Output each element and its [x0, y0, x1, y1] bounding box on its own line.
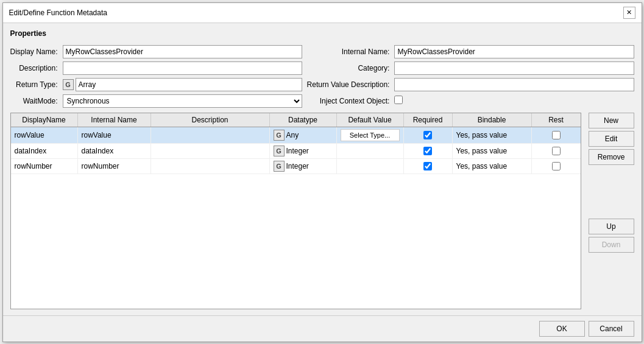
col-bindable: Bindable — [453, 113, 532, 127]
col-display-name: DisplayName — [11, 113, 78, 127]
datatype-badge: G — [274, 130, 285, 141]
waitmode-select[interactable]: Synchronous Asynchronous — [63, 94, 302, 108]
description-input[interactable] — [63, 61, 302, 75]
return-type-badge: G — [63, 79, 74, 90]
side-buttons: New Edit Remove Up Down — [589, 113, 634, 309]
cell-default-value: Select Type... — [337, 127, 404, 143]
cell-required — [404, 144, 453, 158]
required-checkbox[interactable] — [423, 162, 432, 170]
display-name-input[interactable] — [63, 45, 302, 58]
properties-form: Display Name: Internal Name: Description… — [10, 45, 634, 108]
datatype-value: Any — [286, 131, 299, 139]
cell-datatype: G Integer — [270, 159, 337, 174]
table-row[interactable]: rowNumber rowNumber G Integer Yes — [11, 159, 581, 174]
main-content: DisplayName Internal Name Description Da… — [10, 113, 634, 309]
table-row[interactable]: dataIndex dataIndex G Integer Yes — [11, 144, 581, 159]
cell-required — [404, 127, 453, 143]
cell-default-value — [337, 159, 404, 174]
cell-rest — [532, 127, 581, 143]
rest-checkbox[interactable] — [552, 147, 561, 155]
up-button[interactable]: Up — [589, 219, 634, 234]
bottom-bar: OK Cancel — [3, 315, 642, 342]
properties-section-label: Properties — [10, 29, 634, 38]
cell-required — [404, 159, 453, 174]
col-rest: Rest — [532, 113, 581, 127]
internal-name-label: Internal Name: — [307, 47, 390, 56]
cell-bindable: Yes, pass value — [453, 127, 532, 143]
datatype-badge: G — [274, 146, 285, 156]
table-header: DisplayName Internal Name Description Da… — [11, 113, 581, 127]
cell-bindable: Yes, pass value — [453, 159, 532, 174]
cell-datatype: G Integer — [270, 144, 337, 158]
datatype-badge: G — [274, 161, 285, 172]
cell-rest — [532, 144, 581, 158]
datatype-value: Integer — [286, 147, 309, 155]
down-button[interactable]: Down — [589, 237, 634, 253]
cell-display-name: rowValue — [11, 127, 78, 143]
remove-button[interactable]: Remove — [589, 149, 634, 165]
description-label: Description: — [10, 64, 58, 72]
waitmode-label: WaitMode: — [10, 97, 58, 105]
category-label: Category: — [307, 64, 390, 72]
required-checkbox[interactable] — [423, 147, 432, 155]
dialog-body: Properties Display Name: Internal Name: … — [3, 23, 642, 315]
close-button[interactable]: ✕ — [623, 7, 635, 19]
return-type-label: Return Type: — [10, 80, 58, 89]
title-bar: Edit/Define Function Metadata ✕ — [3, 3, 642, 23]
col-datatype: Datatype — [270, 113, 337, 127]
cell-description — [151, 127, 270, 143]
dialog: Edit/Define Function Metadata ✕ Properti… — [2, 2, 642, 342]
cell-datatype: G Any — [270, 127, 337, 143]
ok-button[interactable]: OK — [539, 321, 585, 337]
table-row[interactable]: rowValue rowValue G Any Select Type... — [11, 127, 581, 144]
cell-default-value — [337, 144, 404, 158]
select-type-button[interactable]: Select Type... — [341, 129, 400, 141]
category-input[interactable] — [394, 61, 634, 75]
cell-description — [151, 144, 270, 158]
display-name-label: Display Name: — [10, 47, 58, 56]
cell-internal-name: dataIndex — [78, 144, 151, 158]
return-type-row: G — [63, 78, 302, 91]
inject-context-cell — [394, 96, 634, 106]
cell-internal-name: rowValue — [78, 127, 151, 143]
edit-button[interactable]: Edit — [589, 131, 634, 147]
inject-context-checkbox[interactable] — [394, 96, 403, 104]
required-checkbox[interactable] — [423, 131, 432, 139]
table-body: rowValue rowValue G Any Select Type... — [11, 127, 581, 309]
col-description: Description — [151, 113, 270, 127]
cell-display-name: dataIndex — [11, 144, 78, 158]
cancel-button[interactable]: Cancel — [589, 321, 634, 337]
inject-context-label: Inject Context Object: — [307, 97, 390, 105]
parameters-table: DisplayName Internal Name Description Da… — [10, 113, 581, 309]
cell-internal-name: rowNumber — [78, 159, 151, 174]
cell-rest — [532, 159, 581, 174]
new-button[interactable]: New — [589, 113, 634, 128]
col-internal-name: Internal Name — [78, 113, 151, 127]
dialog-title: Edit/Define Function Metadata — [9, 9, 107, 17]
rest-checkbox[interactable] — [552, 162, 561, 170]
return-value-desc-input[interactable] — [394, 78, 634, 91]
col-required: Required — [404, 113, 453, 127]
return-type-input[interactable] — [76, 78, 302, 91]
cell-bindable: Yes, pass value — [453, 144, 532, 158]
return-value-desc-label: Return Value Description: — [307, 80, 390, 89]
col-default-value: Default Value — [337, 113, 404, 127]
datatype-value: Integer — [286, 162, 309, 170]
table-area: DisplayName Internal Name Description Da… — [10, 113, 581, 309]
cell-description — [151, 159, 270, 174]
internal-name-input[interactable] — [394, 45, 634, 58]
rest-checkbox[interactable] — [552, 131, 561, 139]
cell-display-name: rowNumber — [11, 159, 78, 174]
